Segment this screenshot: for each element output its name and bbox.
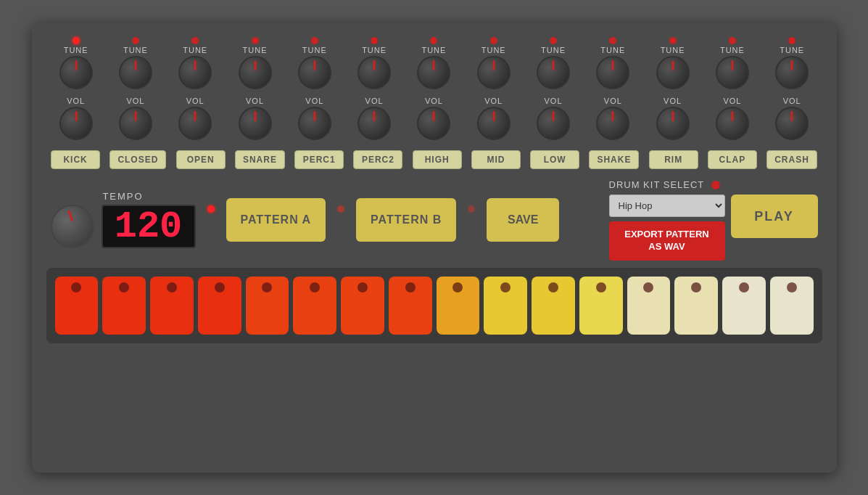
pad-13[interactable] [627,277,671,335]
control-led-1 [207,205,215,213]
vol-knob-6[interactable] [357,107,391,140]
drum-kit-select[interactable]: Hip Hop Rock Electronic Jazz Latin [609,195,725,217]
instrument-snare[interactable]: SNARE [235,150,285,169]
instrument-perc2[interactable]: PERC2 [353,150,402,169]
pad-12[interactable] [579,277,623,335]
pad-5[interactable] [246,277,289,335]
vol-knob-4[interactable] [239,107,272,140]
vol-knob-10[interactable] [596,107,629,140]
tune-knob-5[interactable] [298,56,331,89]
tune-knob-9[interactable] [537,56,570,89]
instrument-shake[interactable]: SHAKE [589,150,639,169]
instrument-open[interactable]: OPEN [176,150,226,169]
vol-label-6: VOL [365,97,384,105]
tune-col-1: TUNE [49,37,104,89]
vol-knob-13[interactable] [775,107,809,140]
pattern-a-button[interactable]: PATTERN A [226,198,326,242]
vol-knob-3[interactable] [178,107,212,140]
pad-10[interactable] [484,277,527,335]
vol-label-5: VOL [305,97,323,105]
pad-14[interactable] [674,277,718,335]
tune-knob-11[interactable] [656,56,690,89]
instrument-clap[interactable]: CLAP [708,150,757,169]
vol-row: VOL VOL VOL VOL VOL VOL VOL VOL [46,97,822,140]
vol-knob-1[interactable] [59,107,93,140]
tune-knob-7[interactable] [417,56,450,89]
vol-label-1: VOL [67,97,85,105]
tempo-display: 120 [102,205,196,248]
led-12 [729,37,736,44]
play-button[interactable]: PLAY [731,195,818,238]
instrument-high[interactable]: HIGH [413,150,462,169]
tune-knob-3[interactable] [178,56,212,89]
vol-col-7: VOL [406,97,461,140]
led-2 [132,37,139,44]
vol-knob-11[interactable] [656,107,690,140]
pad-3[interactable] [150,277,194,335]
vol-label-7: VOL [425,97,443,105]
tempo-value: 120 [115,205,183,248]
tune-col-9: TUNE [526,37,581,89]
tune-label-8: TUNE [481,46,506,54]
pad-6[interactable] [293,277,336,335]
tune-label-2: TUNE [123,46,148,54]
tempo-knob[interactable] [51,205,94,248]
vol-knob-2[interactable] [119,107,152,140]
pad-8[interactable] [389,277,432,335]
tune-knob-12[interactable] [716,56,749,89]
vol-label-13: VOL [783,97,801,105]
pad-4[interactable] [198,277,241,335]
vol-knob-9[interactable] [537,107,570,140]
tune-knob-1[interactable] [59,56,93,89]
vol-col-3: VOL [168,97,223,140]
led-7 [430,37,437,44]
vol-knob-12[interactable] [716,107,749,140]
pad-2[interactable] [102,277,146,335]
vol-col-2: VOL [108,97,163,140]
vol-label-8: VOL [484,97,503,105]
tune-label-12: TUNE [720,46,745,54]
instrument-perc1[interactable]: PERC1 [294,150,344,169]
tune-label-4: TUNE [243,46,268,54]
vol-col-8: VOL [466,97,521,140]
tune-label-9: TUNE [541,46,566,54]
vol-label-12: VOL [723,97,741,105]
pad-16[interactable] [770,277,814,335]
tune-knob-2[interactable] [119,56,152,89]
pad-7[interactable] [341,277,384,335]
tune-knob-13[interactable] [775,56,809,89]
tune-label-5: TUNE [302,46,327,54]
led-10 [609,37,616,44]
vol-knob-7[interactable] [417,107,450,140]
pattern-b-button[interactable]: PATTERN B [356,198,456,242]
vol-knob-8[interactable] [477,107,511,140]
led-13 [788,37,795,44]
tune-knob-4[interactable] [239,56,272,89]
pad-15[interactable] [722,277,766,335]
instrument-low[interactable]: LOW [530,150,579,169]
instrument-mid[interactable]: MID [471,150,521,169]
save-button[interactable]: SAVE [487,198,559,242]
pad-9[interactable] [437,277,480,335]
instrument-closed[interactable]: CLOSED [109,150,166,169]
vol-knob-5[interactable] [298,107,331,140]
tune-col-11: TUNE [645,37,700,89]
vol-col-10: VOL [585,97,640,140]
tune-row: TUNE TUNE TUNE TUNE TUNE TUNE [46,37,822,89]
instrument-crash[interactable]: CRASH [766,150,817,169]
tune-col-7: TUNE [406,37,461,89]
pad-11[interactable] [532,277,575,335]
tune-knob-8[interactable] [477,56,511,89]
tune-knob-10[interactable] [596,56,629,89]
pad-1[interactable] [55,277,99,335]
instrument-kick[interactable]: KICK [51,150,100,169]
tune-label-3: TUNE [183,46,207,54]
vol-label-2: VOL [126,97,144,105]
export-button[interactable]: EXPORT PATTERN AS WAV [609,221,725,261]
led-11 [669,37,677,44]
tempo-label: TEMPO [51,191,196,202]
tune-knob-6[interactable] [357,56,391,89]
vol-label-10: VOL [604,97,622,105]
instrument-rim[interactable]: RIM [649,150,698,169]
tune-col-13: TUNE [764,37,819,89]
